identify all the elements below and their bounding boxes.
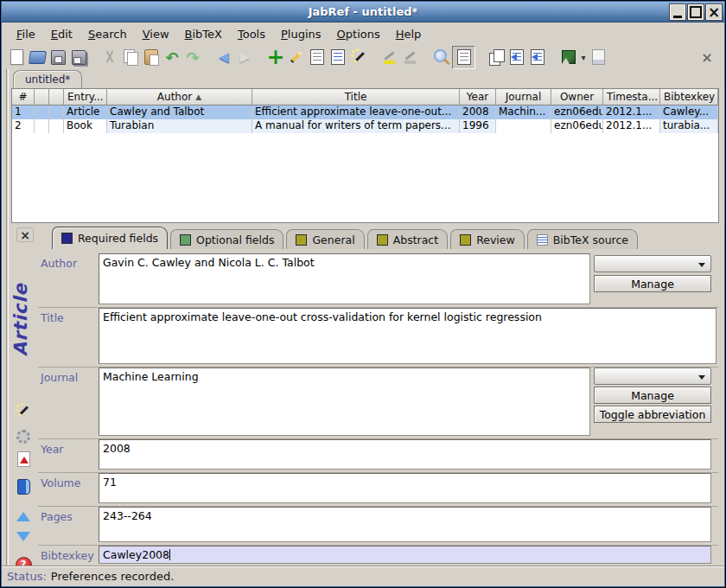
cell-timestamp[interactable]: 2012.1...	[603, 119, 660, 133]
cell-author[interactable]: Turabian	[107, 119, 252, 133]
undo-icon[interactable]	[162, 47, 182, 67]
cell-entrytype[interactable]: Book	[64, 119, 107, 133]
journal-word-combobox[interactable]	[594, 368, 711, 385]
toggle-abbreviation-button[interactable]: Toggle abbreviation	[594, 406, 711, 423]
cell-owner[interactable]: ezn06edu	[551, 105, 603, 119]
manage-button[interactable]: Manage	[594, 275, 711, 292]
tab-abstract[interactable]: Abstract	[367, 229, 448, 249]
menu-plugins[interactable]: Plugins	[273, 24, 329, 44]
volume-field[interactable]: 71	[99, 473, 711, 503]
header-year[interactable]: Year	[460, 89, 496, 105]
table-row-1[interactable]: 1 Article Cawley and Talbot Efficient ap…	[12, 105, 718, 119]
cell-author[interactable]: Cawley and Talbot	[107, 105, 252, 119]
save-database-icon[interactable]	[48, 47, 68, 67]
header-bibtexkey[interactable]: Bibtexkey	[660, 89, 718, 105]
author-word-combobox[interactable]	[594, 255, 711, 272]
header-entrytype[interactable]: Entry...	[64, 89, 107, 105]
open-database-icon[interactable]	[27, 47, 48, 67]
cell-icon-1[interactable]	[35, 105, 49, 119]
cell-icon-2[interactable]	[49, 119, 64, 133]
header-owner[interactable]: Owner	[551, 89, 603, 105]
cell-bibtexkey[interactable]: turabia...	[660, 119, 718, 133]
header-icon-2[interactable]	[49, 89, 64, 105]
header-number[interactable]: #	[12, 89, 35, 105]
edit-strings-icon[interactable]	[328, 47, 348, 67]
cell-title[interactable]: A manual for writers of term papers...	[252, 119, 460, 133]
tab-required-fields[interactable]: Required fields	[52, 227, 168, 249]
cell-journal[interactable]	[496, 119, 551, 133]
sidepane-splitter[interactable]	[6, 69, 9, 566]
push-to-lyx-icon[interactable]	[558, 47, 579, 67]
cell-icon-1[interactable]	[35, 119, 49, 133]
bibtexkey-field[interactable]: Cawley2008	[99, 546, 711, 564]
paste-icon[interactable]	[141, 47, 162, 67]
edit-preamble-icon[interactable]	[307, 47, 328, 67]
cell-bibtexkey[interactable]: Cawley...	[660, 105, 718, 119]
cell-year[interactable]: 1996	[460, 119, 496, 133]
maximize-button[interactable]	[688, 4, 704, 20]
new-database-icon[interactable]	[6, 47, 27, 67]
save-all-icon[interactable]	[68, 47, 89, 67]
cell-year[interactable]: 2008	[460, 105, 496, 119]
entry-source-icon[interactable]	[14, 477, 33, 496]
title-bar[interactable]: JabRef - untitled*	[2, 2, 724, 22]
menu-search[interactable]: Search	[80, 24, 135, 44]
cell-number[interactable]: 1	[12, 105, 35, 119]
next-entry-icon[interactable]	[14, 527, 33, 546]
forward-icon[interactable]	[234, 47, 255, 67]
cell-owner[interactable]: ezn06edu	[551, 119, 603, 133]
toggle-preview-icon[interactable]	[452, 46, 475, 69]
cut-icon[interactable]	[99, 47, 120, 67]
open-in-writer-icon[interactable]	[588, 47, 608, 67]
database-tab[interactable]: untitled*	[13, 70, 82, 88]
cell-entrytype[interactable]: Article	[64, 105, 107, 119]
generate-key-icon[interactable]	[14, 401, 33, 420]
cell-number[interactable]: 2	[12, 119, 35, 133]
pages-field[interactable]: 243--264	[99, 507, 711, 542]
search-icon[interactable]	[431, 47, 452, 67]
cell-title[interactable]: Efficient approximate leave-one-out...	[252, 105, 460, 119]
push-to-application-2-icon[interactable]	[527, 47, 548, 67]
redo-icon[interactable]	[182, 47, 203, 67]
author-field[interactable]: Gavin C. Cawley and Nicola L. C. Talbot	[99, 253, 590, 304]
new-entry-icon[interactable]	[265, 47, 286, 67]
mark-entries-icon[interactable]	[379, 47, 400, 67]
title-field[interactable]: Efficient approximate leave-one-out cros…	[99, 308, 716, 364]
push-dropdown-icon[interactable]	[579, 47, 588, 67]
header-icon-1[interactable]	[35, 89, 49, 105]
cell-journal[interactable]: Machin...	[496, 105, 551, 119]
close-button[interactable]	[706, 4, 722, 20]
menu-tools[interactable]: Tools	[230, 24, 273, 44]
tab-review[interactable]: Review	[450, 229, 525, 249]
menu-edit[interactable]: Edit	[43, 24, 80, 44]
menu-options[interactable]: Options	[329, 24, 388, 44]
journal-field[interactable]: Machine Learning	[99, 368, 590, 436]
header-journal[interactable]: Journal	[496, 89, 551, 105]
header-author[interactable]: Author▲	[107, 89, 252, 105]
cell-timestamp[interactable]: 2012.1...	[603, 105, 660, 119]
cell-icon-2[interactable]	[49, 105, 64, 119]
year-field[interactable]: 2008	[99, 439, 711, 470]
menu-help[interactable]: Help	[388, 24, 430, 44]
back-icon[interactable]	[213, 47, 234, 67]
entry-wizard-icon[interactable]	[348, 47, 369, 67]
push-to-application-icon[interactable]	[506, 47, 527, 67]
previous-entry-icon[interactable]	[14, 507, 33, 526]
table-row-2[interactable]: 2 Book Turabian A manual for writers of …	[12, 119, 718, 133]
new-window-icon[interactable]	[486, 47, 506, 67]
menu-view[interactable]: View	[135, 24, 177, 44]
copy-icon[interactable]	[120, 47, 141, 67]
header-timestamp[interactable]: Timesta...	[603, 89, 660, 105]
tab-general[interactable]: General	[286, 229, 364, 249]
minimize-button[interactable]	[670, 4, 685, 20]
autoset-icon[interactable]	[14, 427, 33, 446]
menu-bibtex[interactable]: BibTeX	[177, 24, 230, 44]
close-database-icon[interactable]	[697, 47, 717, 67]
header-title[interactable]: Title	[252, 89, 460, 105]
write-xmp-icon[interactable]	[14, 450, 33, 469]
manage-button[interactable]: Manage	[594, 387, 711, 404]
menu-file[interactable]: File	[9, 24, 43, 44]
unmark-entries-icon[interactable]	[400, 47, 421, 67]
tab-optional-fields[interactable]: Optional fields	[170, 229, 283, 249]
tab-bibtex-source[interactable]: BibTeX source	[527, 229, 638, 249]
